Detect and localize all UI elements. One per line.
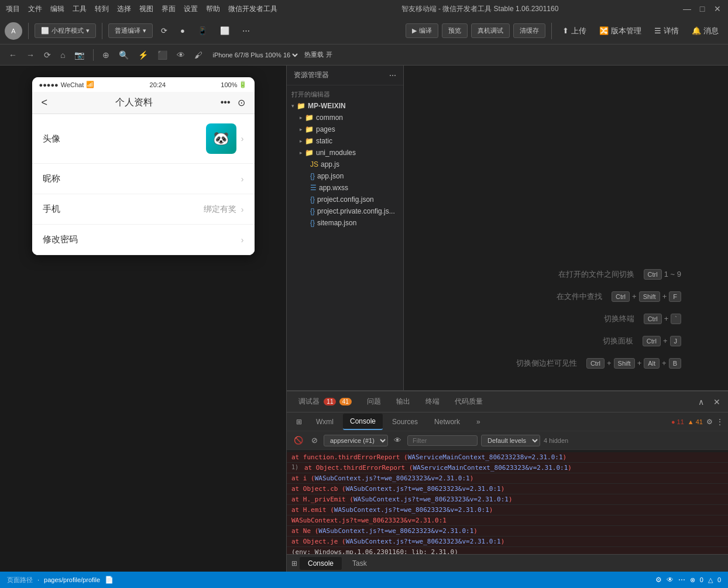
phone-back-button[interactable]: < [42, 97, 48, 109]
avatar-button[interactable]: A [5, 22, 22, 40]
more-button[interactable]: ⋯ [238, 24, 255, 37]
inner-tab-console[interactable]: Console [343, 414, 383, 430]
console-link-3[interactable]: WASubContext.js?t=we_80623323&v=2.31.0:1 [346, 485, 501, 493]
breadcrumb-file-icon[interactable]: 📄 [105, 576, 114, 584]
new-page-button[interactable]: ⊕ [99, 49, 112, 61]
clear-console-button[interactable]: 🚫 [291, 435, 305, 446]
real-device-button[interactable]: 真机调试 [471, 23, 510, 38]
menu-select[interactable]: 选择 [117, 4, 131, 14]
tab-terminal[interactable]: 终端 [418, 393, 447, 410]
menu-goto[interactable]: 转到 [95, 4, 109, 14]
eye-toggle-button[interactable]: 👁 [392, 435, 404, 446]
console-link-5[interactable]: WASubContext.js?t=we_80623323&v=2.31.0:1 [334, 506, 489, 514]
page-button[interactable]: ⬜ [215, 24, 234, 37]
compile-select-button[interactable]: 普通编译 ▾ [108, 23, 153, 38]
version-button[interactable]: 🔀 版本管理 [595, 23, 646, 39]
inner-tab-side-button[interactable]: ⊞ [291, 415, 307, 428]
console-link-7[interactable]: WASubContext.js?t=we_80623323&v=2.31.0:1 [318, 527, 473, 535]
forward-history-button[interactable]: → [23, 49, 37, 61]
inner-tab-more[interactable]: » [469, 414, 487, 429]
preview-button[interactable]: 预览 [442, 23, 468, 38]
tab-issues[interactable]: 问题 [360, 393, 388, 410]
phone-row-password[interactable]: 修改密码 › [32, 225, 255, 255]
tab-code-quality[interactable]: 代码质量 [448, 393, 490, 410]
menu-bar[interactable]: 项目 文件 编辑 工具 转到 选择 视图 界面 设置 帮助 微信开发者工具 [6, 4, 277, 14]
script-button[interactable]: ⚡ [135, 49, 151, 61]
folder-static[interactable]: ▸ 📁 static [287, 135, 403, 147]
menu-help[interactable]: 帮助 [206, 4, 220, 14]
nav-target-icon[interactable]: ⊙ [238, 97, 245, 108]
console-output[interactable]: at function.thirdErrorReport (WAServiceM… [287, 450, 728, 572]
inner-tab-network[interactable]: Network [427, 414, 467, 429]
file-app-wxss[interactable]: ☰ app.wxss [287, 182, 403, 194]
bottom-panel-icon-button[interactable]: ⊞ [291, 559, 297, 568]
menu-view[interactable]: 视图 [139, 4, 153, 14]
phone-row-phone[interactable]: 手机 绑定有奖 › [32, 194, 255, 225]
clean-cache-button[interactable]: 清缓存 [513, 23, 545, 38]
project-root[interactable]: ▾ 📁 MP-WEIXIN [287, 100, 403, 112]
bottom-tab-console[interactable]: Console [300, 557, 342, 570]
close-button[interactable]: ✕ [713, 4, 722, 13]
upload-button[interactable]: ⬆ 上传 [558, 23, 591, 39]
menu-edit[interactable]: 编辑 [50, 4, 64, 14]
menu-project[interactable]: 项目 [6, 4, 20, 14]
console-link-2[interactable]: WASubContext.js?t=we_80623323&v=2.31.0:1 [315, 474, 470, 482]
filter-input[interactable] [407, 435, 478, 446]
menu-tool[interactable]: 工具 [73, 4, 87, 14]
device-selector[interactable]: iPhone 6/7/8 Plus 100% 16 [210, 51, 300, 59]
folder-pages[interactable]: ▸ 📁 pages [287, 123, 403, 135]
minimize-button[interactable]: — [682, 4, 692, 13]
phone-row-nickname[interactable]: 昵称 › [32, 164, 255, 194]
status-more-button[interactable]: ⋯ [678, 576, 685, 584]
tab-output[interactable]: 输出 [389, 393, 417, 410]
message-button[interactable]: 🔔 消息 [687, 23, 723, 39]
status-settings-button[interactable]: ⚙ [655, 576, 662, 584]
compile-button[interactable]: ▶ 编译 [406, 23, 438, 38]
inner-tab-sources[interactable]: Sources [385, 414, 425, 429]
settings-gear-button[interactable]: ⚙ [706, 418, 713, 426]
detail-button[interactable]: ☰ 详情 [650, 23, 684, 39]
home-button[interactable]: ⌂ [57, 49, 68, 61]
console-link-1[interactable]: WAServiceMainContext_80623323&v=2.31.0:1 [413, 464, 568, 472]
screenshot-button[interactable]: 📷 [71, 49, 87, 61]
pause-on-exception-button[interactable]: ⊘ [309, 435, 320, 446]
tab-debugger[interactable]: 调试器 11 41 [291, 393, 359, 410]
brush-button[interactable]: 🖌 [191, 49, 205, 61]
layout-button[interactable]: ⬛ [154, 49, 170, 61]
console-link-4[interactable]: WASubContext.js?t=we_80623323&v=2.31.0:1 [353, 496, 509, 503]
file-explorer-more-icon[interactable]: ⋯ [389, 71, 396, 80]
phone-button[interactable]: 📱 [193, 24, 212, 37]
file-project-private[interactable]: {} project.private.config.js... [287, 205, 403, 217]
search-button[interactable]: 🔍 [116, 49, 132, 61]
log-level-selector[interactable]: Default levels [481, 435, 540, 446]
window-controls[interactable]: — □ ✕ [682, 4, 722, 13]
menu-file[interactable]: 文件 [28, 4, 42, 14]
eye-button[interactable]: 👁 [174, 49, 188, 61]
simulate-button[interactable]: ⬜ 小程序模式 ▾ [35, 23, 96, 38]
record-button[interactable]: ● [176, 24, 190, 37]
nav-dots-icon[interactable]: ••• [221, 97, 231, 108]
devtools-collapse-button[interactable]: ∧ [695, 396, 707, 408]
devtools-close-button[interactable]: ✕ [710, 396, 723, 408]
menu-interface[interactable]: 界面 [162, 4, 176, 14]
folder-common[interactable]: ▸ 📁 common [287, 112, 403, 123]
panel-dots-button[interactable]: ⋮ [716, 418, 723, 426]
file-sitemap[interactable]: {} sitemap.json [287, 217, 403, 229]
file-project-config[interactable]: {} project.config.json [287, 194, 403, 205]
bottom-tab-task[interactable]: Task [344, 557, 375, 570]
back-history-button[interactable]: ← [6, 49, 20, 61]
maximize-button[interactable]: □ [698, 4, 707, 13]
menu-wechat-devtools[interactable]: 微信开发者工具 [228, 4, 277, 14]
status-eye-button[interactable]: 👁 [667, 576, 674, 584]
console-link-8[interactable]: WASubContext.js?t=we_80623323&v=2.31.0:1 [346, 538, 501, 545]
menu-settings[interactable]: 设置 [184, 4, 198, 14]
folder-uni-modules[interactable]: ▸ 📁 uni_modules [287, 147, 403, 159]
reload-button[interactable]: ⟳ [41, 49, 54, 61]
refresh-button[interactable]: ⟳ [156, 24, 172, 37]
file-app-json[interactable]: {} app.json [287, 170, 403, 182]
inner-tab-wxml[interactable]: Wxml [309, 414, 341, 429]
context-selector[interactable]: appservice (#1) [324, 435, 388, 446]
phone-row-avatar[interactable]: 头像 🐼 › [32, 114, 255, 164]
file-app-js[interactable]: JS app.js [287, 159, 403, 170]
hotreload-button[interactable]: 热重载 开 [304, 50, 332, 59]
